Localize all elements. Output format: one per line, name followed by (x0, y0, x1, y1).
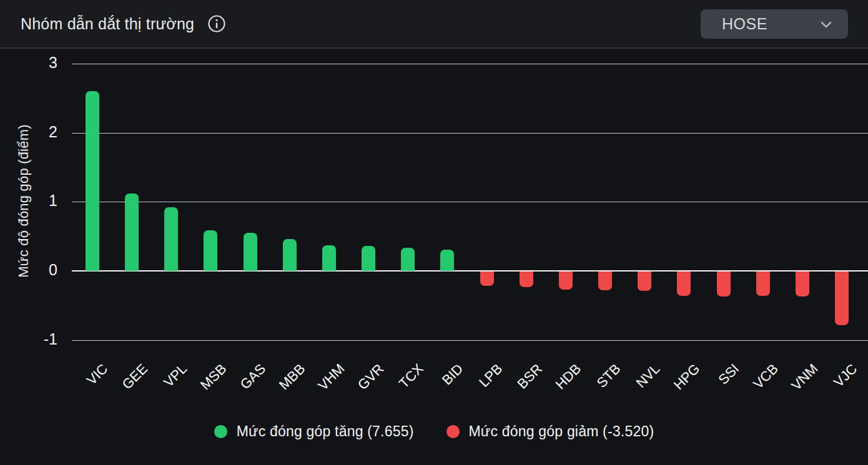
bar-BSR[interactable] (520, 272, 533, 287)
panel-header: Nhóm dẫn dắt thị trường HOSE (0, 0, 868, 49)
gridline-zero (72, 270, 868, 272)
bar-GAS[interactable] (244, 233, 257, 271)
bar-GVR[interactable] (362, 246, 375, 271)
legend-item-increase[interactable]: Mức đóng góp tăng (7.655) (214, 423, 414, 440)
x-tick-label-SSI: SSI (715, 361, 742, 388)
x-tick-label-TCX: TCX (396, 361, 427, 391)
x-tick-label-HPG: HPG (671, 361, 703, 393)
bar-VNM[interactable] (796, 272, 809, 296)
bar-VIC[interactable] (86, 91, 99, 271)
gridline (72, 202, 868, 202)
x-tick-label-VNM: VNM (788, 361, 821, 394)
bar-LPB[interactable] (480, 272, 494, 286)
legend-label: Mức đóng góp tăng (7.655) (237, 423, 414, 440)
x-tick-label-LPB: LPB (476, 361, 506, 391)
exchange-dropdown[interactable]: HOSE (701, 9, 848, 39)
x-tick-label-GEE: GEE (119, 361, 150, 393)
market-leaders-panel: Nhóm dẫn dắt thị trường HOSE 3210-1 Mức … (0, 0, 868, 465)
x-tick-label-STB: STB (594, 361, 624, 391)
info-icon[interactable] (207, 14, 226, 33)
bar-HDB[interactable] (559, 272, 573, 290)
bar-VHM[interactable] (322, 245, 336, 271)
y-tick-label: -1 (19, 330, 57, 348)
legend-label: Mức đóng góp giảm (-3.520) (469, 423, 654, 440)
bar-STB[interactable] (598, 272, 612, 290)
bar-VJC[interactable] (835, 272, 849, 325)
bar-MSB[interactable] (204, 230, 217, 271)
x-tick-label-MSB: MSB (197, 361, 230, 393)
y-axis-title: Mức độ đóng góp (điểm) (16, 124, 32, 277)
x-tick-label-MBB: MBB (276, 361, 308, 393)
y-tick-label: 3 (19, 54, 57, 72)
panel-title: Nhóm dẫn dắt thị trường (21, 15, 194, 33)
x-tick-label-VCB: VCB (751, 361, 782, 392)
bar-VPL[interactable] (164, 207, 178, 271)
bar-BID[interactable] (440, 250, 454, 271)
legend-marker-icon (214, 425, 227, 438)
x-tick-label-BSR: BSR (514, 361, 545, 392)
chevron-down-icon (819, 18, 833, 33)
x-tick-label-VHM: VHM (315, 361, 348, 394)
bar-GEE[interactable] (125, 193, 139, 271)
x-tick-label-VPL: VPL (160, 361, 190, 391)
gridline (72, 133, 868, 134)
x-tick-label-HDB: HDB (553, 361, 584, 393)
legend-marker-icon (446, 425, 460, 438)
info-circle-icon (207, 14, 226, 33)
exchange-dropdown-value: HOSE (722, 15, 767, 33)
chart-legend: Mức đóng góp tăng (7.655)Mức đóng góp gi… (0, 416, 868, 446)
bar-HPG[interactable] (677, 272, 691, 296)
gridline (72, 340, 868, 341)
bar-VCB[interactable] (756, 272, 770, 296)
x-tick-label-GVR: GVR (355, 361, 387, 393)
x-tick-label-GAS: GAS (237, 361, 269, 393)
bar-SSI[interactable] (717, 272, 731, 296)
x-tick-label-NVL: NVL (633, 361, 664, 391)
x-tick-label-VIC: VIC (84, 361, 111, 388)
bar-MBB[interactable] (283, 239, 297, 271)
bar-TCX[interactable] (401, 248, 415, 271)
bar-NVL[interactable] (638, 272, 651, 291)
gridline (72, 64, 868, 64)
x-tick-label-VJC: VJC (831, 361, 861, 391)
x-tick-label-BID: BID (438, 361, 466, 388)
legend-item-decrease[interactable]: Mức đóng góp giảm (-3.520) (446, 423, 654, 440)
